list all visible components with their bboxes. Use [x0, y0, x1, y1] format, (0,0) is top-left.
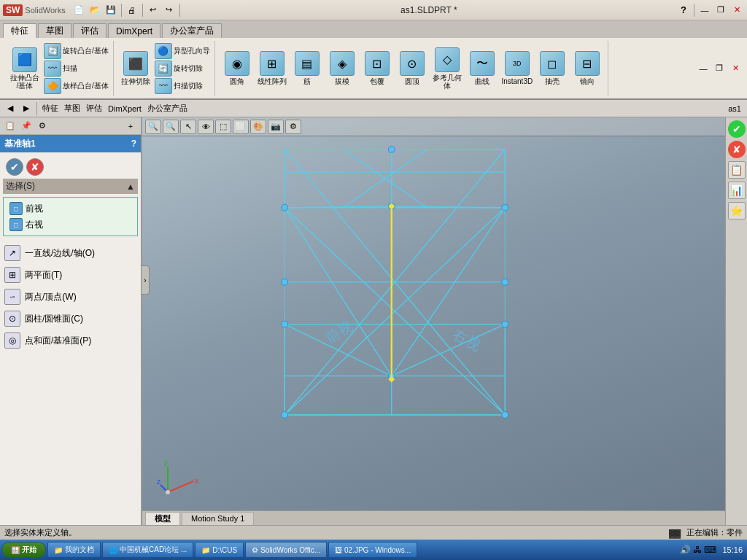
right-sidebar: ✔ ✘ 📋 📊 ⭐: [725, 117, 747, 525]
zoom-in-btn[interactable]: 🔍: [145, 120, 161, 134]
sw-logo: SW SolidWorks: [3, 4, 66, 16]
svg-point-28: [282, 204, 288, 211]
restore-button[interactable]: ❐: [713, 3, 728, 18]
fillet-button[interactable]: ◉ 圆角: [221, 51, 253, 85]
viewport[interactable]: 🔍 🔍 ↖ 👁 ⬚ ⬜ 🎨 📷 ⚙: [142, 117, 725, 525]
selection-section-header[interactable]: 选择(S) ▲: [3, 179, 138, 194]
panel-btn-1[interactable]: 📋: [3, 119, 18, 133]
mirror-button[interactable]: ⊟ 镜向: [571, 51, 603, 85]
right-btn-3[interactable]: 📋: [728, 161, 746, 179]
draft-button[interactable]: ◈ 拔模: [326, 51, 358, 85]
taskbar-jpg[interactable]: 🖼 02.JPG - Windows...: [328, 542, 417, 558]
display-btn[interactable]: ⬚: [215, 120, 231, 134]
rib-button[interactable]: ▤ 筋: [291, 51, 323, 85]
option-point-plane[interactable]: ◎ 点和面/基准面(P): [3, 330, 138, 351]
dcus-label: D:\CUS: [212, 546, 237, 554]
tab-dimxpert[interactable]: DimXpert: [108, 23, 160, 38]
panel-add-button[interactable]: +: [123, 119, 138, 133]
left-panel: 📋 📌 ⚙ + 基准轴1 ? ✔ ✘ 选择(S) ▲: [0, 117, 142, 525]
tab-bar: 模型 Motion Study 1: [142, 510, 725, 525]
secondary-toolbar: ◀ ▶ 特征 草图 评估 DimXpert 办公室产品 as1: [0, 100, 747, 117]
help-button[interactable]: ?: [676, 3, 691, 18]
sweep-button[interactable]: 〰 扫描: [44, 61, 109, 77]
ptplane-icon: ◎: [4, 332, 20, 349]
tab-office[interactable]: 办公室产品: [162, 23, 222, 38]
start-button[interactable]: 🪟 开始: [1, 542, 46, 558]
print-button[interactable]: 🖨: [125, 3, 139, 18]
settings-btn[interactable]: ⚙: [285, 120, 301, 134]
loft-button[interactable]: 🔶 放样凸台/基体: [44, 78, 109, 94]
mydoc-label: 我的文档: [65, 545, 94, 555]
line-icon: ↗: [4, 245, 20, 261]
next-button[interactable]: ▶: [19, 101, 34, 116]
cancel-button[interactable]: ✘: [26, 158, 44, 176]
redo-button[interactable]: ↪: [162, 3, 177, 18]
sec-office-tab[interactable]: 办公室产品: [145, 101, 190, 116]
panel-toolbar: 📋 📌 ⚙ +: [0, 117, 141, 135]
instant3d-button[interactable]: 3D Instant3D: [501, 51, 533, 85]
hole-wizard-button[interactable]: 🔵 异型孔向导: [155, 43, 210, 59]
right-btn-5[interactable]: ⭐: [728, 202, 746, 219]
tab-evaluate[interactable]: 评估: [73, 23, 107, 38]
taskbar-cad[interactable]: 🌐 中国机械CAD论坛 ...: [102, 542, 193, 558]
linear-pattern-button[interactable]: ⊞ 线性阵列: [256, 51, 288, 85]
close-button[interactable]: ✕: [729, 3, 744, 18]
hide-btn[interactable]: ⬜: [233, 120, 249, 134]
tab-features[interactable]: 特征: [3, 23, 36, 38]
accept-button[interactable]: ✔: [728, 120, 746, 138]
panel-collapse-button[interactable]: ›: [141, 265, 150, 295]
inner-min-button[interactable]: —: [696, 61, 711, 76]
taskbar-dcus[interactable]: 📁 D:\CUS: [195, 542, 244, 558]
curves-button[interactable]: 〜 曲线: [466, 51, 498, 85]
feature-help-btn[interactable]: ?: [131, 139, 136, 149]
select-btn[interactable]: ↖: [180, 120, 196, 134]
sec-sketch-tab[interactable]: 草图: [62, 101, 82, 116]
sec-features-tab[interactable]: 特征: [40, 101, 61, 116]
feature-body: ✔ ✘ 选择(S) ▲ □ 前视 □ 右视: [0, 152, 141, 525]
ref-geom-button[interactable]: ◇ 参考几何体: [431, 47, 463, 90]
main-titlebar: SW SolidWorks 📄 📂 💾 🖨 ↩ ↪ as1.SLDPRT * ?…: [0, 0, 747, 20]
boss-extrude-button[interactable]: 🟦 拉伸凸台/基体: [9, 47, 41, 90]
color-btn[interactable]: 🎨: [250, 120, 266, 134]
time-display: 15:16: [722, 545, 743, 554]
open-button[interactable]: 📂: [88, 3, 102, 18]
tab-motion-study[interactable]: Motion Study 1: [182, 512, 254, 525]
sec-dimxpert-tab[interactable]: DimXpert: [106, 101, 144, 116]
taskbar-sw[interactable]: ⚙ SolidWorks Offic...: [245, 542, 327, 558]
reject-button[interactable]: ✘: [728, 141, 746, 158]
tab-sketch[interactable]: 草图: [38, 23, 71, 38]
save-button[interactable]: 💾: [104, 3, 118, 18]
option-twopoint[interactable]: ·◦ 两点/顶点(W): [3, 286, 138, 308]
inner-close-button[interactable]: ✕: [728, 61, 743, 76]
minimize-button[interactable]: —: [697, 3, 712, 18]
sweep-cut-button[interactable]: 〰 扫描切除: [155, 78, 210, 94]
panel-btn-3[interactable]: ⚙: [35, 119, 50, 133]
option-cylinder[interactable]: ⊙ 圆柱/圆锥面(C): [3, 308, 138, 330]
taskbar-mydoc[interactable]: 📁 我的文档: [47, 542, 101, 558]
right-btn-4[interactable]: 📊: [728, 182, 746, 199]
dcus-icon: 📁: [201, 546, 210, 554]
revolve-cut-button[interactable]: 🔄 旋转切除: [155, 61, 210, 77]
zoom-out-btn[interactable]: 🔍: [163, 120, 179, 134]
cut-extrude-button[interactable]: ⬛ 拉伸切除: [120, 51, 152, 85]
wrap-button[interactable]: ⊡ 包覆: [361, 51, 393, 85]
option-twoplane-label: 两平面(T): [25, 269, 62, 281]
revolve-button[interactable]: 🔄 旋转凸台/基体: [44, 43, 109, 59]
svg-point-32: [502, 279, 508, 285]
right-plane-label: 右视: [26, 219, 43, 231]
dome-button[interactable]: ⊙ 圆顶: [396, 51, 428, 85]
sec-evaluate-tab[interactable]: 评估: [84, 101, 104, 116]
status-right: ▓▓ 正在编辑：零件: [669, 527, 743, 538]
ok-button[interactable]: ✔: [6, 158, 23, 176]
view-btn[interactable]: 👁: [198, 120, 214, 134]
camera-btn[interactable]: 📷: [268, 120, 284, 134]
shell-button[interactable]: ◻ 抽壳: [536, 51, 568, 85]
prev-button[interactable]: ◀: [3, 101, 18, 116]
option-line[interactable]: ↗ 一直线/边线/轴(O): [3, 242, 138, 264]
new-button[interactable]: 📄: [71, 3, 86, 18]
undo-button[interactable]: ↩: [146, 3, 160, 18]
tab-model[interactable]: 模型: [145, 512, 180, 525]
panel-btn-2[interactable]: 📌: [19, 119, 34, 133]
inner-max-button[interactable]: ❐: [712, 61, 727, 76]
option-twoplane[interactable]: ⊞ 两平面(T): [3, 264, 138, 286]
